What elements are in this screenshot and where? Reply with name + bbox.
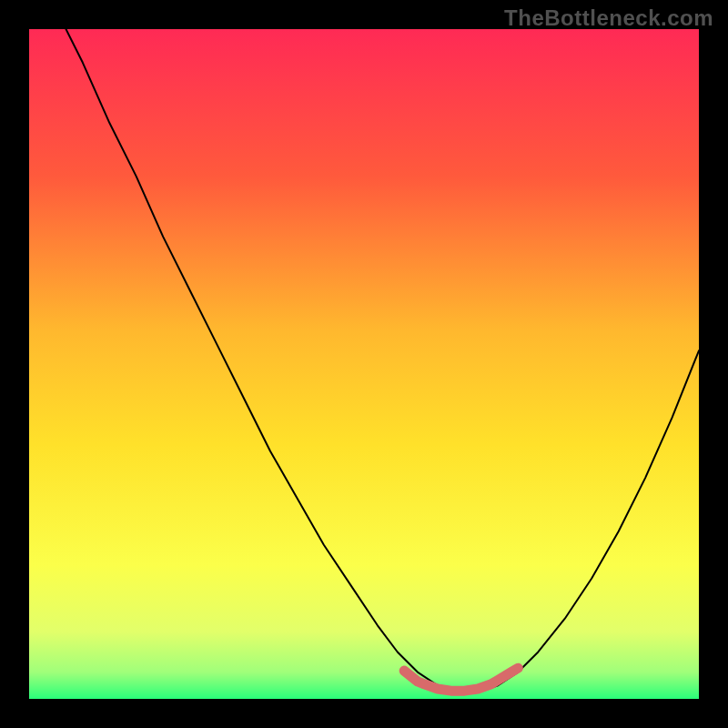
watermark-text: TheBottleneck.com	[504, 5, 713, 31]
plot-svg	[29, 29, 699, 699]
bottleneck-chart: TheBottleneck.com	[0, 0, 728, 728]
gradient-background	[29, 29, 699, 699]
plot-area	[29, 29, 699, 699]
